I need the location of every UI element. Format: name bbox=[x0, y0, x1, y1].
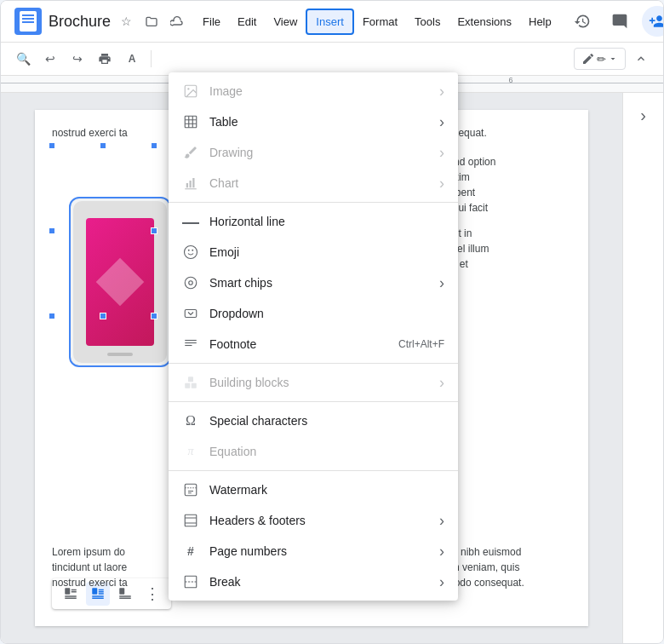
insert-watermark-item[interactable]: Watermark bbox=[169, 474, 458, 505]
header-left: Brochure ☆ bbox=[14, 8, 187, 35]
print-btn[interactable] bbox=[93, 47, 117, 71]
break-label: Break bbox=[209, 575, 432, 589]
phone-image bbox=[69, 197, 171, 367]
headers-footers-label: Headers & footers bbox=[209, 514, 432, 527]
insert-hline-item[interactable]: — Horizontal line bbox=[169, 206, 458, 237]
divider-3 bbox=[169, 401, 458, 402]
drawing-icon bbox=[182, 144, 199, 161]
insert-footnote-item[interactable]: Footnote Ctrl+Alt+F bbox=[169, 329, 458, 359]
selection-handle-tm[interactable] bbox=[100, 142, 106, 149]
svg-rect-34 bbox=[185, 383, 190, 388]
header-right bbox=[567, 6, 664, 37]
insert-dropdown-item[interactable]: Dropdown bbox=[169, 298, 458, 329]
spellcheck-btn[interactable]: A bbox=[120, 47, 144, 71]
hline-label: Horizontal line bbox=[209, 215, 444, 228]
svg-rect-16 bbox=[185, 116, 197, 128]
menu-extensions[interactable]: Extensions bbox=[449, 10, 520, 33]
selection-handle-mr[interactable] bbox=[151, 227, 157, 234]
menu-tools[interactable]: Tools bbox=[406, 10, 449, 33]
emoji-label: Emoji bbox=[209, 245, 444, 259]
undo-btn[interactable]: ↩ bbox=[38, 47, 62, 71]
image-icon bbox=[182, 83, 199, 100]
folder-icon[interactable] bbox=[141, 11, 162, 32]
bottom-text-block: Lorem ipsum do tincidunt ut laore nostru… bbox=[52, 546, 128, 592]
insert-emoji-item[interactable]: Emoji bbox=[169, 237, 458, 267]
special-chars-label: Special characters bbox=[209, 414, 444, 428]
insert-drawing-item[interactable]: Drawing › bbox=[169, 137, 458, 168]
smart-chips-icon bbox=[182, 274, 199, 291]
svg-rect-22 bbox=[190, 181, 192, 187]
selection-handle-tr[interactable] bbox=[151, 142, 157, 149]
title-bar: Brochure ☆ File Edit bbox=[1, 1, 663, 42]
docs-app-icon bbox=[14, 8, 42, 35]
svg-rect-37 bbox=[185, 484, 197, 496]
menu-insert[interactable]: Insert bbox=[306, 9, 354, 35]
insert-break-item[interactable]: Break › bbox=[169, 566, 458, 597]
emoji-icon bbox=[182, 244, 199, 261]
star-icon[interactable]: ☆ bbox=[116, 11, 136, 32]
chart-label: Chart bbox=[209, 176, 432, 190]
break-arrow: › bbox=[439, 573, 444, 591]
selection-handle-ml[interactable] bbox=[49, 227, 55, 234]
insert-headers-footers-item[interactable]: Headers & footers › bbox=[169, 505, 458, 536]
image-arrow: › bbox=[439, 83, 444, 101]
footnote-icon bbox=[182, 336, 199, 353]
selected-image-container[interactable] bbox=[52, 146, 154, 316]
doc-bottom-2: tincidunt ut laore bbox=[52, 561, 128, 573]
menu-view[interactable]: View bbox=[265, 10, 306, 33]
svg-rect-36 bbox=[188, 377, 193, 382]
svg-point-28 bbox=[185, 277, 197, 289]
break-icon bbox=[182, 573, 199, 590]
collapse-toolbar-btn[interactable] bbox=[629, 47, 653, 71]
drawing-arrow: › bbox=[439, 144, 444, 162]
document-title[interactable]: Brochure bbox=[49, 13, 111, 31]
svg-rect-30 bbox=[185, 310, 197, 318]
insert-equation-item[interactable]: π Equation bbox=[169, 436, 458, 467]
table-arrow: › bbox=[439, 113, 444, 131]
cloud-icon[interactable] bbox=[167, 11, 187, 32]
watermark-icon bbox=[182, 481, 199, 498]
page-numbers-arrow: › bbox=[439, 543, 444, 561]
insert-image-item[interactable]: Image › bbox=[169, 76, 458, 106]
svg-point-25 bbox=[185, 246, 197, 259]
share-button[interactable] bbox=[642, 6, 664, 37]
search-toolbar-btn[interactable]: 🔍 bbox=[11, 47, 35, 71]
footnote-label: Footnote bbox=[209, 337, 385, 351]
equation-icon: π bbox=[182, 443, 199, 460]
menu-file[interactable]: File bbox=[194, 10, 229, 33]
insert-special-chars-item[interactable]: Ω Special characters bbox=[169, 405, 458, 436]
building-blocks-arrow: › bbox=[439, 374, 444, 392]
divider-4 bbox=[169, 470, 458, 471]
insert-chart-item[interactable]: Chart › bbox=[169, 168, 458, 198]
image-more-btn[interactable]: ⋮ bbox=[140, 582, 164, 606]
svg-rect-39 bbox=[185, 515, 197, 526]
toolbar: 🔍 ↩ ↪ A ✏ bbox=[1, 42, 663, 76]
edit-mode-group[interactable]: ✏ bbox=[574, 48, 626, 70]
insert-page-numbers-item[interactable]: # Page numbers › bbox=[169, 536, 458, 566]
insert-smart-chips-item[interactable]: Smart chips › bbox=[169, 267, 458, 298]
menu-help[interactable]: Help bbox=[520, 10, 560, 33]
divider-2 bbox=[169, 363, 458, 364]
svg-rect-23 bbox=[192, 178, 194, 187]
app-window: Brochure ☆ File Edit bbox=[0, 0, 664, 644]
menu-format[interactable]: Format bbox=[354, 10, 406, 33]
selection-handle-bl[interactable] bbox=[49, 313, 55, 319]
history-button[interactable] bbox=[567, 6, 598, 37]
chart-arrow: › bbox=[439, 175, 444, 193]
svg-rect-21 bbox=[186, 183, 188, 187]
menu-edit[interactable]: Edit bbox=[229, 10, 265, 33]
selection-handle-tl[interactable] bbox=[49, 142, 55, 149]
divider-1 bbox=[169, 202, 458, 203]
title-section: Brochure ☆ bbox=[49, 11, 187, 32]
dropdown-icon bbox=[182, 305, 199, 322]
insert-building-blocks-item[interactable]: Building blocks › bbox=[169, 367, 458, 398]
title-row: Brochure ☆ bbox=[49, 11, 187, 32]
right-panel-collapse[interactable]: › bbox=[628, 100, 659, 130]
selection-handle-br[interactable] bbox=[151, 313, 157, 319]
toolbar-sep-1 bbox=[151, 50, 152, 67]
page-numbers-label: Page numbers bbox=[209, 544, 432, 558]
redo-btn[interactable]: ↪ bbox=[66, 47, 89, 71]
comments-button[interactable] bbox=[604, 6, 635, 37]
insert-table-item[interactable]: Table › bbox=[169, 106, 458, 137]
selection-handle-bm[interactable] bbox=[100, 313, 106, 319]
